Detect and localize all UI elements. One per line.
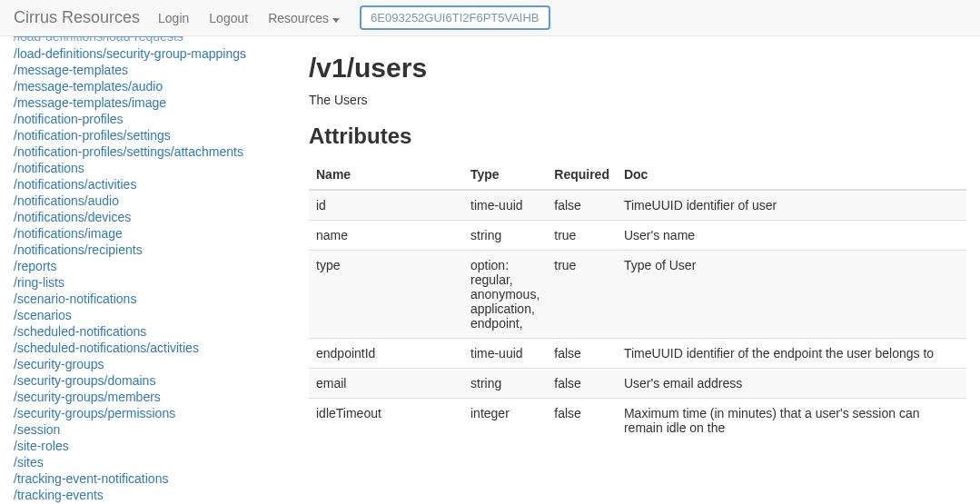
cell-type: time-uuid [463,190,547,221]
sidebar-link[interactable]: /message-templates/audio [14,78,295,94]
sidebar-link[interactable]: /sites [14,454,295,470]
table-row: typeoption: regular, anonymous, applicat… [309,251,966,339]
sidebar-link[interactable]: /notifications/audio [14,193,295,209]
sidebar-link[interactable]: /scheduled-notifications/activities [14,340,295,356]
cell-type: option: regular, anonymous, application,… [463,251,547,339]
table-row: endpointIdtime-uuidfalseTimeUUID identif… [309,339,966,369]
sidebar-link[interactable]: /notifications/recipients [14,242,295,258]
sidebar-link[interactable]: /load-definitions/load-requests [14,36,295,45]
cell-type: string [463,221,547,251]
cell-type: time-uuid [463,339,547,369]
header-doc: Doc [617,160,966,190]
table-row: namestringtrueUser's name [309,221,966,251]
sidebar-link[interactable]: /tracking-event-notifications [14,470,295,487]
cell-required: true [547,221,617,251]
cell-doc: Maximum time (in minutes) that a user's … [617,399,966,443]
attributes-heading: Attributes [309,124,966,149]
login-link[interactable]: Login [158,11,189,25]
cell-required: false [547,339,617,369]
cell-doc: User's name [617,221,966,251]
sidebar-link[interactable]: /security-groups [14,356,295,372]
attributes-table: Name Type Required Doc idtime-uuidfalseT… [309,160,966,442]
cell-required: false [547,369,617,399]
resources-label: Resources [268,11,329,25]
cell-name: id [309,190,463,221]
table-row: idleTimeoutintegerfalseMaximum time (in … [309,399,966,443]
cell-name: name [309,221,463,251]
sidebar-link[interactable]: /ring-lists [14,274,295,291]
sidebar-link[interactable]: /security-groups/members [14,389,295,405]
sidebar-link[interactable]: /scheduled-notifications [14,323,295,340]
header-required: Required [547,160,617,190]
header-name: Name [309,160,463,190]
sidebar-link[interactable]: /load-definitions/security-group-mapping… [14,45,295,62]
sidebar-link[interactable]: /notification-profiles [14,111,295,127]
sidebar-link[interactable]: /session [14,421,295,438]
table-row: idtime-uuidfalseTimeUUID identifier of u… [309,190,966,221]
navbar: Cirrus Resources Login Logout Resources [0,0,980,36]
cell-required: false [547,190,617,221]
cell-name: email [309,369,463,399]
sidebar-link[interactable]: /tracking-events [14,487,295,503]
sidebar-link[interactable]: /notification-profiles/settings [14,127,295,143]
sidebar: /load-definitions/load-requests/load-def… [0,36,295,503]
cell-doc: User's email address [617,369,966,399]
header-type: Type [463,160,547,190]
sidebar-link[interactable]: /notifications/activities [14,176,295,193]
cell-doc: TimeUUID identifier of the endpoint the … [617,339,966,369]
sidebar-link[interactable]: /notifications/image [14,225,295,242]
table-row: emailstringfalseUser's email address [309,369,966,399]
cell-name: idleTimeout [309,399,463,443]
main-content: /v1/users The Users Attributes Name Type… [295,36,980,503]
sidebar-link[interactable]: /scenarios [14,307,295,323]
page-title: /v1/users [309,53,966,84]
sidebar-link[interactable]: /security-groups/domains [14,372,295,389]
resources-dropdown[interactable]: Resources [268,11,340,25]
sidebar-link[interactable]: /message-templates [14,62,295,78]
chevron-down-icon [332,11,340,25]
cell-type: string [463,369,547,399]
sidebar-link[interactable]: /message-templates/image [14,94,295,111]
cell-required: false [547,399,617,443]
sidebar-link[interactable]: /notification-profiles/settings/attachme… [14,143,295,160]
sidebar-link[interactable]: /notifications/devices [14,209,295,225]
sidebar-link[interactable]: /site-roles [14,438,295,454]
sidebar-link[interactable]: /notifications [14,160,295,176]
logout-link[interactable]: Logout [209,11,248,25]
brand[interactable]: Cirrus Resources [14,8,140,27]
sidebar-link[interactable]: /scenario-notifications [14,291,295,307]
cell-doc: Type of User [617,251,966,339]
cell-type: integer [463,399,547,443]
sidebar-link[interactable]: /reports [14,258,295,274]
cell-required: true [547,251,617,339]
cell-doc: TimeUUID identifier of user [617,190,966,221]
sidebar-link[interactable]: /security-groups/permissions [14,405,295,421]
page-description: The Users [309,93,966,107]
cell-name: endpointId [309,339,463,369]
token-input[interactable] [360,5,550,30]
cell-name: type [309,251,463,339]
